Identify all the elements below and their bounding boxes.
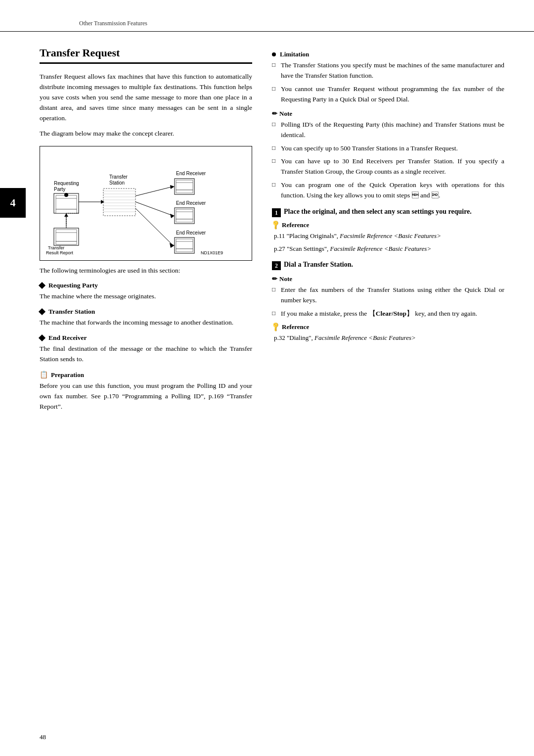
step2-header: 2 Dial a Transfer Station. — [272, 261, 504, 270]
svg-marker-50 — [64, 213, 68, 217]
svg-text:Transfer: Transfer — [48, 245, 64, 250]
page-header: Other Transmission Features — [0, 20, 534, 32]
svg-point-11 — [64, 193, 68, 197]
diagram-inner: Requesting Party Transfer Station End Re… — [45, 151, 247, 255]
pencil-icon-2: ✏ — [272, 275, 277, 283]
note2-label: Note — [279, 275, 292, 283]
requesting-party-label: Requesting Party — [48, 282, 98, 289]
svg-text:Requesting: Requesting — [54, 181, 79, 186]
svg-text:Party: Party — [54, 187, 65, 192]
svg-text:End Receiver: End Receiver — [176, 230, 206, 236]
intro-para-2: The diagram below may make the concept c… — [40, 129, 252, 139]
svg-text:End Receiver: End Receiver — [176, 171, 206, 176]
ref1-header: 🔑 Reference — [272, 221, 504, 229]
limitation-label: Limitation — [280, 50, 309, 58]
header-text: Other Transmission Features — [79, 20, 147, 27]
following-text: The following terminologies are used in … — [40, 266, 252, 276]
right-column: Limitation The Transfer Stations you spe… — [267, 47, 504, 416]
limitation-header: Limitation — [272, 50, 504, 58]
note1-item-1: Polling ID's of the Requesting Party (th… — [272, 120, 504, 141]
note1-item-2: You can specify up to 500 Transfer Stati… — [272, 143, 504, 154]
page: Other Transmission Features 4 Transfer R… — [0, 0, 534, 756]
svg-rect-24 — [176, 190, 193, 193]
step1-header: 1 Place the original, and then select an… — [272, 208, 504, 217]
note2-item-1: Enter the fax numbers of the Transfer St… — [272, 285, 504, 306]
prep-icon: 📋 — [40, 371, 48, 379]
chapter-num: 4 — [10, 196, 16, 209]
svg-rect-44 — [56, 230, 77, 241]
ref2-header: 🔑 Reference — [272, 323, 504, 331]
svg-rect-26 — [176, 209, 193, 219]
svg-line-35 — [135, 187, 173, 196]
left-column: Transfer Request Transfer Request allows… — [40, 47, 267, 416]
ref1-label: Reference — [282, 221, 309, 229]
svg-text:Station: Station — [109, 180, 125, 186]
svg-rect-28 — [176, 219, 193, 222]
limitation-item-2: You cannot use Transfer Request without … — [272, 84, 504, 105]
ref2-label: Reference — [282, 323, 309, 331]
chapter-tab: 4 — [0, 188, 26, 218]
svg-rect-8 — [56, 195, 77, 209]
ref1-item-1: p.11 "Placing Originals", Facsimile Refe… — [274, 231, 504, 241]
step2-text: Dial a Transfer Station. — [284, 261, 353, 269]
svg-marker-38 — [170, 214, 175, 218]
page-number: 48 — [40, 733, 46, 741]
ref2-item-1: p.32 "Dialing", Facsimile Reference <Bas… — [274, 333, 504, 343]
svg-rect-30 — [176, 239, 193, 249]
end-receiver-label: End Receiver — [48, 334, 87, 342]
diamond-icon-1 — [39, 282, 45, 289]
key-icon-2: 🔑 — [270, 322, 282, 333]
key-icon-1: 🔑 — [270, 220, 282, 231]
note2-list: Enter the fax numbers of the Transfer St… — [272, 285, 504, 319]
preparation-text: Before you can use this function, you mu… — [40, 381, 252, 412]
preparation-label: Preparation — [51, 371, 84, 379]
note1-item-4: You can program one of the Quick Operati… — [272, 180, 504, 201]
svg-text:Transfer: Transfer — [109, 174, 128, 180]
end-receiver-header: End Receiver — [40, 334, 252, 342]
transfer-station-header: Transfer Station — [40, 308, 252, 316]
note2-header: ✏ Note — [272, 275, 504, 283]
svg-marker-34 — [101, 200, 104, 204]
limitation-item-1: The Transfer Stations you specify must b… — [272, 60, 504, 81]
note1-label: Note — [279, 110, 292, 118]
diagram-svg: Requesting Party Transfer Station End Re… — [45, 151, 238, 255]
end-receiver-text: The final destination of the message or … — [40, 344, 252, 365]
section-title: Transfer Request — [40, 47, 252, 64]
intro-para-1: Transfer Request allows fax machines tha… — [40, 72, 252, 124]
pencil-icon-1: ✏ — [272, 110, 277, 118]
step1-num: 1 — [272, 208, 281, 217]
step1-text: Place the original, and then select any … — [284, 208, 472, 216]
diagram-box: Requesting Party Transfer Station End Re… — [40, 146, 252, 261]
transfer-station-label: Transfer Station — [48, 308, 95, 316]
svg-rect-46 — [56, 241, 77, 244]
requesting-party-text: The machine where the message originates… — [40, 291, 252, 302]
note2-item-2: If you make a mistake, press the 【Clear/… — [272, 309, 504, 319]
svg-rect-32 — [176, 249, 193, 252]
diamond-icon-2 — [39, 308, 45, 315]
svg-text:Result Report: Result Report — [46, 250, 74, 255]
svg-text:ND1X01E9: ND1X01E9 — [201, 250, 223, 255]
svg-rect-22 — [176, 180, 193, 190]
svg-marker-36 — [170, 185, 175, 189]
svg-marker-40 — [170, 243, 175, 248]
transfer-station-text: The machine that forwards the incoming m… — [40, 318, 252, 328]
requesting-party-header: Requesting Party — [40, 282, 252, 289]
step2-num: 2 — [272, 261, 281, 270]
svg-text:End Receiver: End Receiver — [176, 200, 206, 206]
note1-list: Polling ID's of the Requesting Party (th… — [272, 120, 504, 201]
svg-rect-10 — [56, 209, 77, 213]
note1-header: ✏ Note — [272, 110, 504, 118]
limitation-list: The Transfer Stations you specify must b… — [272, 60, 504, 105]
note1-item-3: You can have up to 30 End Receivers per … — [272, 156, 504, 177]
ref1-item-2: p.27 "Scan Settings", Facsimile Referenc… — [274, 244, 504, 254]
preparation-header: 📋 Preparation — [40, 371, 252, 379]
bullet-icon — [272, 52, 276, 56]
diamond-icon-3 — [39, 334, 45, 341]
